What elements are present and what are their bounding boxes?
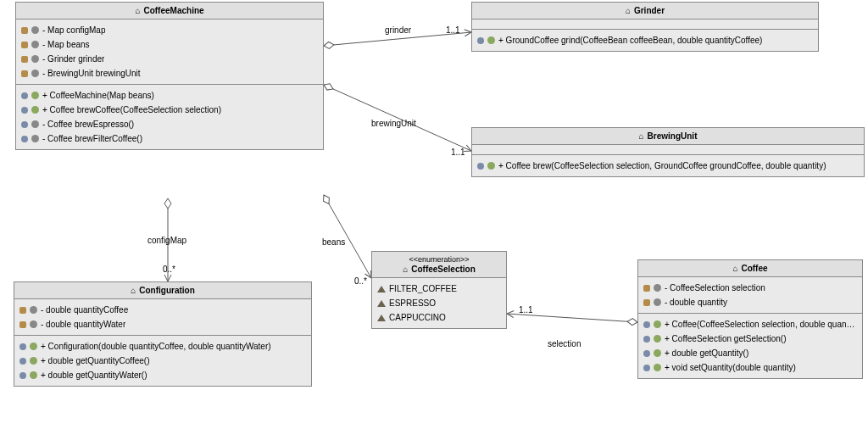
visibility-icon: [30, 306, 37, 314]
member-text: - CoffeeSelection selection: [665, 282, 765, 293]
literal-icon: [377, 315, 386, 321]
member-text: + CoffeeMachine(Map beans): [42, 90, 154, 101]
visibility-icon: [31, 41, 39, 48]
visibility-icon: [31, 92, 39, 99]
class-CoffeeMachine[interactable]: ⌂CoffeeMachine - Map configMap- Map bean…: [15, 2, 324, 150]
meth-icon: [19, 358, 26, 365]
class-meths: + CoffeeMachine(Map beans)+ Coffee brewC…: [16, 85, 323, 149]
member-row: - double quantityCoffee: [19, 303, 306, 317]
member-text: + Configuration(double quantityCoffee, d…: [41, 341, 271, 352]
visibility-icon: [654, 284, 661, 292]
class-attrs: [472, 145, 864, 155]
meth-icon: [477, 163, 484, 170]
meth-icon: [643, 321, 650, 328]
meth-icon: [477, 37, 484, 44]
rel-selection: [507, 314, 637, 322]
label-brewing-mult: 1..1: [451, 148, 465, 157]
member-row: + Coffee brew(CoffeeSelection selection,…: [477, 159, 859, 173]
visibility-icon: [654, 364, 661, 371]
attr-icon: [19, 307, 26, 314]
attr-icon: [21, 56, 28, 63]
member-row: + double getQuantity(): [643, 346, 857, 360]
label-grinder-role: grinder: [385, 25, 411, 35]
literal-row: FILTER_COFFEE: [377, 281, 501, 296]
member-text: + CoffeeSelection getSelection(): [665, 333, 787, 344]
class-header: ⌂Configuration: [14, 282, 311, 299]
member-row: - Grinder grinder: [21, 52, 318, 66]
label-selection-mult: 1..1: [519, 305, 533, 315]
member-text: + Coffee(CoffeeSelection selection, doub…: [665, 319, 857, 330]
attr-icon: [21, 70, 28, 77]
label-brewing-role: brewingUnit: [371, 119, 416, 128]
meth-icon: [21, 136, 28, 142]
class-header: ⌂BrewingUnit: [472, 128, 864, 145]
rel-beans: [324, 195, 371, 278]
class-CoffeeSelection[interactable]: <<enumeration>> ⌂CoffeeSelection FILTER_…: [371, 251, 507, 329]
visibility-icon: [31, 55, 39, 63]
meth-icon: [21, 107, 28, 114]
member-row: - Map configMap: [21, 23, 318, 37]
visibility-icon: [31, 26, 39, 34]
visibility-icon: [654, 320, 661, 328]
meth-icon: [643, 336, 650, 343]
visibility-icon: [30, 357, 37, 365]
class-header: ⌂Coffee: [638, 260, 862, 277]
meth-icon: [643, 350, 650, 357]
member-text: - double quantityCoffee: [41, 304, 128, 315]
member-row: + CoffeeSelection getSelection(): [643, 332, 857, 346]
visibility-icon: [30, 320, 37, 328]
class-BrewingUnit[interactable]: ⌂BrewingUnit + Coffee brew(CoffeeSelecti…: [471, 127, 865, 177]
meth-icon: [21, 92, 28, 99]
label-beans-mult: 0..*: [354, 276, 367, 286]
class-attrs: [472, 20, 818, 30]
meth-icon: [19, 372, 26, 379]
member-text: + void setQuantity(double quantity): [665, 362, 796, 373]
member-row: - Coffee brewFilterCoffee(): [21, 131, 318, 146]
member-text: - Map beans: [42, 39, 90, 50]
visibility-icon: [31, 106, 39, 114]
literal-row: ESPRESSO: [377, 296, 501, 310]
class-header: ⌂CoffeeMachine: [16, 3, 323, 20]
visibility-icon: [654, 298, 661, 306]
label-config-role: configMap: [147, 236, 186, 245]
label-grinder-mult: 1..1: [446, 25, 460, 35]
attr-icon: [643, 299, 650, 306]
member-text: + double getQuantity(): [665, 348, 748, 359]
rel-brewing: [324, 85, 471, 151]
visibility-icon: [31, 70, 39, 77]
class-Configuration[interactable]: ⌂Configuration - double quantityCoffee- …: [14, 281, 312, 387]
class-meths: + Configuration(double quantityCoffee, d…: [14, 336, 311, 386]
member-row: + Configuration(double quantityCoffee, d…: [19, 339, 306, 354]
meth-icon: [21, 121, 28, 128]
member-text: + GroundCoffee grind(CoffeeBean coffeeBe…: [498, 35, 762, 46]
member-row: - BrewingUnit brewingUnit: [21, 66, 318, 81]
member-row: - Map beans: [21, 37, 318, 52]
attr-icon: [643, 285, 650, 292]
member-row: + Coffee(CoffeeSelection selection, doub…: [643, 317, 857, 332]
member-row: - double quantityWater: [19, 317, 306, 332]
meth-icon: [643, 365, 650, 371]
member-row: + double getQuantityWater(): [19, 368, 306, 382]
member-row: - CoffeeSelection selection: [643, 281, 857, 295]
label-config-mult: 0..*: [163, 265, 175, 274]
member-text: - Map configMap: [42, 25, 105, 36]
attr-icon: [19, 321, 26, 328]
member-text: - Coffee brewFilterCoffee(): [42, 133, 142, 144]
class-header: <<enumeration>> ⌂CoffeeSelection: [372, 252, 506, 278]
member-text: + Coffee brewCoffee(CoffeeSelection sele…: [42, 104, 221, 115]
visibility-icon: [654, 335, 661, 343]
member-text: - Grinder grinder: [42, 53, 104, 64]
literal-text: CAPPUCCINO: [389, 312, 446, 323]
member-row: + GroundCoffee grind(CoffeeBean coffeeBe…: [477, 33, 813, 47]
literal-icon: [377, 286, 386, 292]
class-Grinder[interactable]: ⌂Grinder + GroundCoffee grind(CoffeeBean…: [471, 2, 819, 52]
member-text: - BrewingUnit brewingUnit: [42, 68, 141, 79]
attr-icon: [21, 42, 28, 48]
member-row: + Coffee brewCoffee(CoffeeSelection sele…: [21, 103, 318, 117]
class-Coffee[interactable]: ⌂Coffee - CoffeeSelection selection- dou…: [637, 259, 863, 379]
member-text: + double getQuantityCoffee(): [41, 355, 150, 366]
class-header: ⌂Grinder: [472, 3, 818, 20]
member-row: + void setQuantity(double quantity): [643, 360, 857, 375]
class-meths: + GroundCoffee grind(CoffeeBean coffeeBe…: [472, 30, 818, 51]
class-attrs: - CoffeeSelection selection- double quan…: [638, 277, 862, 314]
